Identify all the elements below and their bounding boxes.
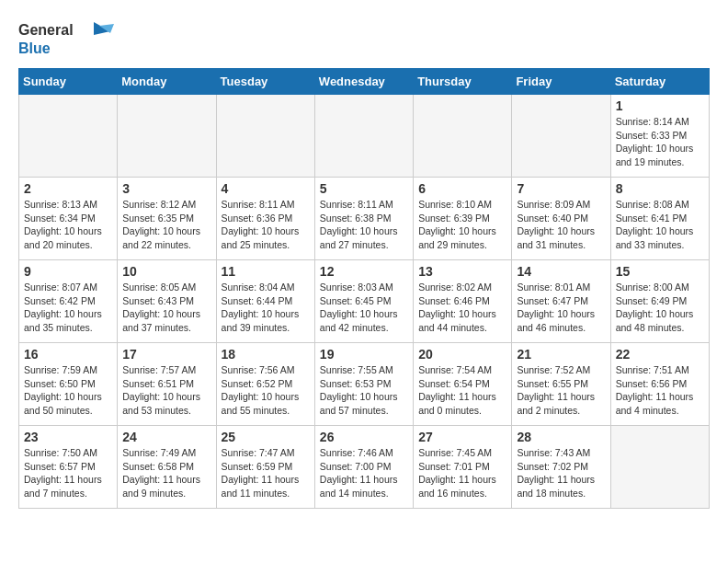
day-number: 22: [616, 347, 704, 362]
day-info: Sunrise: 8:00 AM Sunset: 6:49 PM Dayligh…: [616, 281, 704, 335]
week-row-3: 16Sunrise: 7:59 AM Sunset: 6:50 PM Dayli…: [19, 343, 710, 426]
calendar-cell: 6Sunrise: 8:10 AM Sunset: 6:39 PM Daylig…: [414, 178, 512, 260]
day-info: Sunrise: 7:59 AM Sunset: 6:50 PM Dayligh…: [24, 363, 112, 418]
weekday-header-tuesday: Tuesday: [216, 69, 314, 95]
calendar-cell: 18Sunrise: 7:56 AM Sunset: 6:52 PM Dayli…: [216, 343, 314, 426]
week-row-0: 1Sunrise: 8:14 AM Sunset: 6:33 PM Daylig…: [19, 95, 710, 178]
day-number: 8: [616, 181, 704, 196]
day-number: 1: [616, 98, 704, 113]
day-number: 28: [517, 430, 605, 444]
day-info: Sunrise: 8:12 AM Sunset: 6:35 PM Dayligh…: [122, 198, 210, 252]
day-number: 17: [122, 347, 210, 362]
calendar-cell: [118, 95, 216, 178]
calendar-cell: [19, 95, 118, 178]
day-info: Sunrise: 7:49 AM Sunset: 6:58 PM Dayligh…: [122, 446, 210, 500]
day-info: Sunrise: 7:56 AM Sunset: 6:52 PM Dayligh…: [222, 363, 310, 418]
calendar-cell: 20Sunrise: 7:54 AM Sunset: 6:54 PM Dayli…: [414, 343, 512, 426]
calendar-cell: 13Sunrise: 8:02 AM Sunset: 6:46 PM Dayli…: [414, 260, 512, 343]
svg-text:Blue: Blue: [18, 40, 51, 56]
day-number: 5: [320, 181, 408, 196]
day-info: Sunrise: 8:10 AM Sunset: 6:39 PM Dayligh…: [418, 198, 506, 252]
calendar-cell: 17Sunrise: 7:57 AM Sunset: 6:51 PM Dayli…: [118, 343, 216, 426]
day-number: 2: [24, 181, 112, 196]
calendar-cell: 8Sunrise: 8:08 AM Sunset: 6:41 PM Daylig…: [610, 178, 709, 260]
day-number: 7: [517, 181, 605, 196]
calendar-cell: [414, 95, 512, 178]
day-number: 27: [418, 430, 506, 444]
day-info: Sunrise: 8:08 AM Sunset: 6:41 PM Dayligh…: [616, 198, 704, 252]
svg-text:General: General: [18, 22, 74, 38]
day-info: Sunrise: 8:09 AM Sunset: 6:40 PM Dayligh…: [517, 198, 605, 252]
logo-svg: GeneralBlue: [18, 18, 119, 59]
day-info: Sunrise: 7:46 AM Sunset: 7:00 PM Dayligh…: [320, 446, 408, 500]
calendar-cell: [610, 426, 709, 509]
day-number: 24: [122, 430, 210, 444]
calendar-cell: 24Sunrise: 7:49 AM Sunset: 6:58 PM Dayli…: [118, 426, 216, 509]
calendar-cell: 16Sunrise: 7:59 AM Sunset: 6:50 PM Dayli…: [19, 343, 118, 426]
header: GeneralBlue: [18, 18, 710, 59]
calendar-cell: 19Sunrise: 7:55 AM Sunset: 6:53 PM Dayli…: [314, 343, 413, 426]
calendar-cell: 7Sunrise: 8:09 AM Sunset: 6:40 PM Daylig…: [512, 178, 610, 260]
day-info: Sunrise: 8:04 AM Sunset: 6:44 PM Dayligh…: [222, 281, 310, 335]
calendar-cell: 9Sunrise: 8:07 AM Sunset: 6:42 PM Daylig…: [19, 260, 118, 343]
weekday-header-sunday: Sunday: [19, 69, 118, 95]
day-number: 21: [517, 347, 605, 362]
calendar-cell: 27Sunrise: 7:45 AM Sunset: 7:01 PM Dayli…: [414, 426, 512, 509]
calendar-cell: 21Sunrise: 7:52 AM Sunset: 6:55 PM Dayli…: [512, 343, 610, 426]
day-number: 19: [320, 347, 408, 362]
day-number: 13: [418, 264, 506, 279]
day-info: Sunrise: 7:55 AM Sunset: 6:53 PM Dayligh…: [320, 363, 408, 418]
day-number: 15: [616, 264, 704, 279]
calendar-cell: 5Sunrise: 8:11 AM Sunset: 6:38 PM Daylig…: [314, 178, 413, 260]
calendar-cell: 4Sunrise: 8:11 AM Sunset: 6:36 PM Daylig…: [216, 178, 314, 260]
day-info: Sunrise: 8:11 AM Sunset: 6:38 PM Dayligh…: [320, 198, 408, 252]
day-info: Sunrise: 8:02 AM Sunset: 6:46 PM Dayligh…: [418, 281, 506, 335]
calendar-cell: 28Sunrise: 7:43 AM Sunset: 7:02 PM Dayli…: [512, 426, 610, 509]
day-info: Sunrise: 7:47 AM Sunset: 6:59 PM Dayligh…: [222, 446, 310, 500]
day-number: 3: [122, 181, 210, 196]
day-info: Sunrise: 7:54 AM Sunset: 6:54 PM Dayligh…: [418, 363, 506, 418]
weekday-header-saturday: Saturday: [610, 69, 709, 95]
day-info: Sunrise: 7:50 AM Sunset: 6:57 PM Dayligh…: [24, 446, 112, 500]
day-number: 10: [122, 264, 210, 279]
calendar-cell: 11Sunrise: 8:04 AM Sunset: 6:44 PM Dayli…: [216, 260, 314, 343]
logo: GeneralBlue: [18, 18, 119, 59]
calendar-cell: [314, 95, 413, 178]
calendar-cell: 23Sunrise: 7:50 AM Sunset: 6:57 PM Dayli…: [19, 426, 118, 509]
day-number: 12: [320, 264, 408, 279]
weekday-header-monday: Monday: [118, 69, 216, 95]
day-info: Sunrise: 8:05 AM Sunset: 6:43 PM Dayligh…: [122, 281, 210, 335]
day-number: 26: [320, 430, 408, 444]
calendar-cell: 25Sunrise: 7:47 AM Sunset: 6:59 PM Dayli…: [216, 426, 314, 509]
day-info: Sunrise: 7:43 AM Sunset: 7:02 PM Dayligh…: [517, 446, 605, 500]
day-info: Sunrise: 7:51 AM Sunset: 6:56 PM Dayligh…: [616, 363, 704, 418]
day-info: Sunrise: 8:13 AM Sunset: 6:34 PM Dayligh…: [24, 198, 112, 252]
day-number: 11: [222, 264, 310, 279]
day-info: Sunrise: 7:57 AM Sunset: 6:51 PM Dayligh…: [122, 363, 210, 418]
calendar-cell: 1Sunrise: 8:14 AM Sunset: 6:33 PM Daylig…: [610, 95, 709, 178]
weekday-header-wednesday: Wednesday: [314, 69, 413, 95]
day-number: 18: [222, 347, 310, 362]
day-info: Sunrise: 8:14 AM Sunset: 6:33 PM Dayligh…: [616, 115, 704, 169]
week-row-4: 23Sunrise: 7:50 AM Sunset: 6:57 PM Dayli…: [19, 426, 710, 509]
day-number: 6: [418, 181, 506, 196]
calendar-cell: 2Sunrise: 8:13 AM Sunset: 6:34 PM Daylig…: [19, 178, 118, 260]
day-number: 9: [24, 264, 112, 279]
calendar-cell: [512, 95, 610, 178]
day-number: 20: [418, 347, 506, 362]
weekday-header-thursday: Thursday: [414, 69, 512, 95]
day-info: Sunrise: 8:03 AM Sunset: 6:45 PM Dayligh…: [320, 281, 408, 335]
calendar-cell: 26Sunrise: 7:46 AM Sunset: 7:00 PM Dayli…: [314, 426, 413, 509]
day-info: Sunrise: 8:11 AM Sunset: 6:36 PM Dayligh…: [222, 198, 310, 252]
calendar-cell: 12Sunrise: 8:03 AM Sunset: 6:45 PM Dayli…: [314, 260, 413, 343]
calendar-cell: 10Sunrise: 8:05 AM Sunset: 6:43 PM Dayli…: [118, 260, 216, 343]
weekday-header-friday: Friday: [512, 69, 610, 95]
day-info: Sunrise: 7:52 AM Sunset: 6:55 PM Dayligh…: [517, 363, 605, 418]
week-row-1: 2Sunrise: 8:13 AM Sunset: 6:34 PM Daylig…: [19, 178, 710, 260]
day-number: 16: [24, 347, 112, 362]
calendar-table: SundayMondayTuesdayWednesdayThursdayFrid…: [18, 68, 710, 509]
day-info: Sunrise: 8:07 AM Sunset: 6:42 PM Dayligh…: [24, 281, 112, 335]
weekday-header-row: SundayMondayTuesdayWednesdayThursdayFrid…: [19, 69, 710, 95]
day-info: Sunrise: 7:45 AM Sunset: 7:01 PM Dayligh…: [418, 446, 506, 500]
calendar-cell: 15Sunrise: 8:00 AM Sunset: 6:49 PM Dayli…: [610, 260, 709, 343]
